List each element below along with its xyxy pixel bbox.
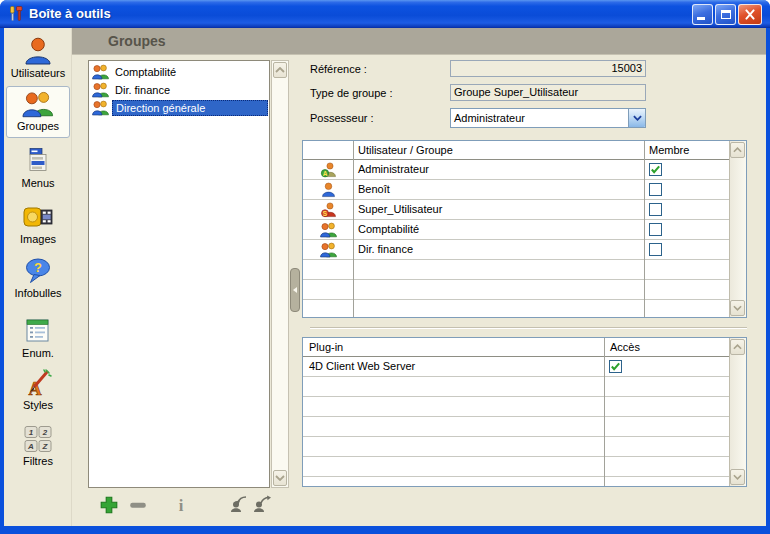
member-name: Super_Utilisateur [358,200,442,219]
minimize-icon [697,17,705,20]
group-list[interactable]: Comptabilité Dir. finance Direct [88,60,270,488]
notepad-list-icon [22,316,54,346]
table-row[interactable]: Dir. finance [303,240,729,260]
maximize-icon [721,10,731,19]
panel-splitter[interactable] [290,268,300,312]
sidebar-item-filtres[interactable]: 1 2 A Z Filtres [6,422,70,467]
minimize-button[interactable] [692,4,713,25]
sidebar-item-groupes[interactable]: Groupes [6,86,70,138]
svg-text:1: 1 [29,428,34,437]
list-item[interactable]: Dir. finance [89,81,269,99]
letter-brush-icon: A [22,368,54,398]
chevron-down-icon [275,475,285,481]
column-header-name: Utilisateur / Groupe [358,144,453,156]
group-name: Dir. finance [112,83,173,97]
window-title: Boîte à outils [29,6,111,21]
svg-text:A: A [27,442,34,451]
members-table-scrollbar [729,141,746,317]
reference-field: 15003 [450,60,646,77]
groups-icon [22,89,54,119]
remove-group-button[interactable] [128,495,148,515]
combo-dropdown-button[interactable] [628,109,645,127]
sidebar-item-infobulles[interactable]: ? Infobulles [6,254,70,299]
member-checkbox[interactable] [649,223,662,236]
section-separator [310,327,747,329]
sidebar-item-label: Infobulles [14,287,61,299]
member-checkbox[interactable] [649,243,662,256]
scroll-up-button[interactable] [273,62,287,78]
column-header-member: Membre [649,144,689,156]
group-name: Comptabilité [112,65,179,79]
group-type-field: Groupe Super_Utilisateur [450,84,646,101]
reference-label: Référence : [310,63,367,75]
user-export-icon [252,495,272,513]
table-row[interactable]: Benoît [303,180,729,200]
toolbox-window: Boîte à outils Groupes Utilisateur [0,0,770,534]
chevron-down-icon [733,305,742,311]
scroll-down-button[interactable] [273,470,287,486]
plugins-table: Plug-in Accès 4D Client Web Server [302,337,747,487]
maximize-button[interactable] [715,4,736,25]
table-row[interactable]: S Super_Utilisateur [303,200,729,220]
sidebar-item-label: Images [20,233,56,245]
chevron-up-icon [733,147,742,153]
group-name: Direction générale [112,100,268,116]
owner-selected-value: Administrateur [451,112,628,124]
sidebar-item-utilisateurs[interactable]: Utilisateurs [6,34,70,79]
scroll-down-button[interactable] [730,469,745,485]
member-checkbox[interactable] [649,183,662,196]
scroll-down-button[interactable] [730,300,745,316]
list-item[interactable]: Comptabilité [89,63,269,81]
info-button[interactable]: i [171,495,191,515]
chevron-down-icon [633,115,642,121]
superuser-icon: S [320,202,337,218]
owner-select[interactable]: Administrateur [450,108,646,128]
user-icon [22,36,54,66]
list-item-selected[interactable]: Direction générale [89,99,269,117]
scroll-up-button[interactable] [730,339,745,355]
plugin-name: 4D Client Web Server [309,357,415,376]
add-group-button[interactable] [99,495,119,515]
members-table: Utilisateur / Groupe Membre A Administra… [302,140,747,318]
access-checkbox[interactable] [609,360,622,373]
load-users-button[interactable] [229,495,249,515]
window-body: Groupes Utilisateurs Groupes [4,28,766,526]
chevron-up-icon [733,344,742,350]
sidebar-item-styles[interactable]: A Styles [6,366,70,411]
menus-icon [22,146,54,176]
svg-text:i: i [179,496,184,515]
column-header-access: Accès [610,341,640,353]
member-checkbox[interactable] [649,163,662,176]
member-checkbox[interactable] [649,203,662,216]
members-table-header: Utilisateur / Groupe Membre [303,141,729,160]
column-header-plugin: Plug-in [309,341,343,353]
group-icon [320,242,337,258]
user-icon [320,182,337,198]
scroll-up-button[interactable] [730,142,745,158]
film-icon [22,202,54,232]
owner-label: Possesseur : [310,112,374,124]
sidebar-item-menus[interactable]: Menus [6,144,70,189]
check-icon [610,361,621,372]
minus-icon [128,495,148,515]
save-users-button[interactable] [252,495,272,515]
chevron-down-icon [733,474,742,480]
svg-text:?: ? [34,260,42,275]
members-table-body: A Administrateur Benoît [303,160,729,317]
table-row[interactable]: Comptabilité [303,220,729,240]
table-row[interactable]: A Administrateur [303,160,729,180]
titlebar[interactable]: Boîte à outils [0,0,770,28]
admin-user-icon: A [320,162,337,178]
plugins-table-body: 4D Client Web Server [303,357,729,486]
sidebar-item-label: Filtres [23,455,53,467]
sidebar-item-label: Enum. [22,347,54,359]
close-button[interactable] [738,4,762,25]
group-icon [320,222,337,238]
check-icon [650,164,661,175]
page-header: Groupes [72,28,766,55]
svg-text:2: 2 [42,428,48,437]
sidebar-item-label: Styles [23,399,53,411]
table-row[interactable]: 4D Client Web Server [303,357,729,377]
sidebar-item-enum[interactable]: Enum. [6,314,70,359]
sidebar-item-images[interactable]: Images [6,200,70,245]
